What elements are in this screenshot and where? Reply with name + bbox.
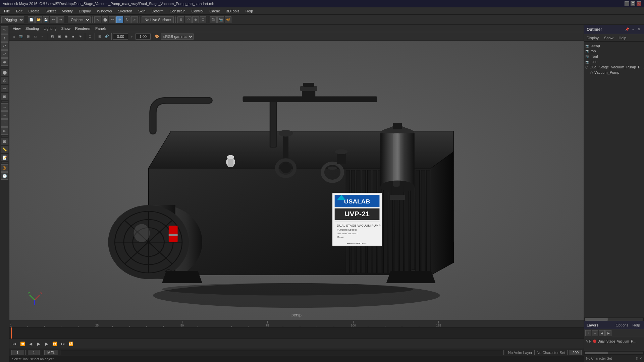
resolution-gate-button[interactable]: ▫ bbox=[39, 33, 46, 40]
snap-view-button[interactable]: ⊡ bbox=[200, 16, 206, 23]
outliner-min-button[interactable]: – bbox=[631, 27, 635, 32]
panels-menu[interactable]: Panels bbox=[93, 26, 109, 31]
scene-time-button[interactable]: 🕐 bbox=[1, 172, 8, 180]
layer-vis-toggle[interactable]: V bbox=[586, 339, 588, 343]
save-button[interactable]: 💾 bbox=[43, 16, 49, 23]
layer-playback-toggle[interactable]: P bbox=[589, 339, 591, 343]
panel-layout-button[interactable]: ⊞ bbox=[96, 33, 103, 40]
go-start-button[interactable]: ⏮ bbox=[11, 340, 18, 348]
layers-prev-button[interactable]: ◀ bbox=[599, 330, 605, 336]
open-button[interactable]: 📂 bbox=[35, 16, 42, 23]
next-key-button[interactable]: ⏪ bbox=[51, 340, 58, 348]
outliner-item[interactable]: 📷top bbox=[584, 48, 644, 54]
render-preview-button[interactable]: 🔆 bbox=[1, 164, 8, 172]
viewport-canvas[interactable]: USALAB UVP-21 DUAL STAGE VACUUM PUMP Pum… bbox=[9, 41, 584, 320]
next-frame-button[interactable]: ◀ bbox=[43, 340, 50, 348]
current-frame-input[interactable] bbox=[11, 350, 23, 355]
outliner-tab-display[interactable]: Display bbox=[585, 35, 600, 41]
prev-key-button[interactable]: ⏪ bbox=[19, 340, 26, 348]
paint-ops-button[interactable]: ✏ bbox=[1, 85, 8, 92]
texture-button[interactable]: ■ bbox=[70, 33, 76, 40]
redo-button[interactable]: ↪ bbox=[57, 16, 64, 23]
layers-scroll-thumb[interactable] bbox=[585, 352, 608, 354]
menu-item-skeleton[interactable]: Skeleton bbox=[115, 8, 135, 14]
menu-item-edit[interactable]: Edit bbox=[13, 8, 25, 14]
show-menu[interactable]: Show bbox=[59, 26, 73, 31]
place-marker-button[interactable]: ⊞ bbox=[1, 138, 8, 145]
lasso-button[interactable]: ◎ bbox=[1, 77, 8, 84]
film-gate-button[interactable]: ▭ bbox=[32, 33, 39, 40]
play-button[interactable]: ▶ bbox=[35, 340, 42, 348]
go-end-button[interactable]: ⏮ bbox=[59, 340, 66, 348]
playhead[interactable] bbox=[11, 327, 12, 339]
shading-menu-icon[interactable]: ◩ bbox=[49, 33, 55, 40]
mel-input[interactable] bbox=[60, 350, 504, 355]
outliner-pin-button[interactable]: 📌 bbox=[624, 27, 630, 32]
menu-item-constrain[interactable]: Constrain bbox=[167, 8, 188, 14]
menu-item-deform[interactable]: Deform bbox=[149, 8, 166, 14]
char-set-icon1[interactable]: ⚙ bbox=[636, 357, 639, 360]
show-manips-button[interactable]: ⊞ bbox=[1, 93, 8, 100]
rotate-mode-button[interactable]: ↩ bbox=[1, 42, 8, 50]
render-button[interactable]: 🎬 bbox=[210, 16, 217, 23]
rotate-tool-button[interactable]: ↻ bbox=[124, 16, 130, 23]
minimize-button[interactable]: – bbox=[625, 1, 629, 6]
layers-tab-help[interactable]: Help bbox=[631, 322, 641, 328]
menu-item-select[interactable]: Select bbox=[43, 8, 59, 14]
soft-select-button[interactable]: ⬤ bbox=[1, 69, 8, 76]
outliner-item[interactable]: ⬡Dual_Stage_Vacuum_Pump_F… bbox=[584, 64, 644, 70]
isolate-select-button[interactable]: ⊙ bbox=[87, 33, 93, 40]
objects-selector[interactable]: Objects bbox=[68, 16, 91, 23]
outliner-close-button[interactable]: ✕ bbox=[637, 27, 641, 32]
char-set-icon2[interactable]: ✕ bbox=[639, 357, 642, 360]
viewport-value2[interactable] bbox=[136, 34, 151, 40]
curve-cv-button[interactable]: ⌢ bbox=[1, 103, 8, 111]
lighting-menu[interactable]: Lighting bbox=[42, 26, 59, 31]
manipulator-button[interactable]: ⊕ bbox=[1, 58, 8, 66]
move-tool-button[interactable]: ✛ bbox=[116, 16, 123, 23]
range-start-input[interactable] bbox=[28, 350, 40, 355]
gamma-selector[interactable]: sRGB gamma bbox=[161, 34, 194, 40]
scroll-thumb[interactable] bbox=[585, 318, 608, 321]
snap-curve-button[interactable]: ◠ bbox=[185, 16, 192, 23]
renderer-menu[interactable]: Renderer bbox=[73, 26, 93, 31]
outliner-item[interactable]: 📷persp bbox=[584, 43, 644, 48]
close-button[interactable]: ✕ bbox=[637, 1, 641, 6]
timeline-ruler[interactable]: 1255075100125 bbox=[9, 320, 584, 327]
layers-scrollbar[interactable] bbox=[584, 351, 644, 355]
outliner-scrollbar[interactable] bbox=[584, 317, 644, 321]
outliner-item[interactable]: 📷side bbox=[584, 59, 644, 64]
lasso-select-button[interactable]: ⬤ bbox=[102, 16, 108, 23]
prev-frame-button[interactable]: ◀ bbox=[27, 340, 34, 348]
snap-grid-button[interactable]: ⊞ bbox=[177, 16, 184, 23]
scale-tool-button[interactable]: ⤢ bbox=[131, 16, 138, 23]
annotation-button[interactable]: 📝 bbox=[1, 154, 8, 161]
layers-new-button[interactable]: + bbox=[585, 330, 591, 336]
camera-home-button[interactable]: ⌂ bbox=[11, 33, 17, 40]
mel-tab[interactable]: MEL bbox=[44, 350, 58, 355]
live-surface-button[interactable]: No Live Surface bbox=[142, 16, 174, 23]
timeline-track[interactable] bbox=[9, 327, 584, 339]
move-mode-button[interactable]: ↕ bbox=[1, 34, 8, 42]
paint-select-button[interactable]: ✏ bbox=[109, 16, 116, 23]
menu-item-cache[interactable]: Cache bbox=[207, 8, 223, 14]
select-camera-button[interactable]: 📷 bbox=[18, 33, 24, 40]
light-button[interactable]: ☀ bbox=[77, 33, 84, 40]
outliner-tab-help[interactable]: Help bbox=[618, 35, 628, 41]
outliner-tab-show[interactable]: Show bbox=[603, 35, 615, 41]
outliner-content[interactable]: 📷persp📷top📷front📷side⬡Dual_Stage_Vacuum_… bbox=[584, 42, 644, 317]
menu-item-3dtools[interactable]: 3DTools bbox=[223, 8, 242, 14]
shading-menu[interactable]: Shading bbox=[23, 26, 41, 31]
hypershade-button[interactable]: 🔗 bbox=[103, 33, 110, 40]
layer-item[interactable]: VPDual_Stage_Vacuum_P… bbox=[585, 339, 643, 344]
smooth-shade-button[interactable]: ◉ bbox=[63, 33, 69, 40]
toggle-grid-button[interactable]: ⊞ bbox=[25, 33, 32, 40]
menu-item-file[interactable]: File bbox=[1, 8, 13, 14]
layers-scroll-track[interactable] bbox=[585, 352, 643, 354]
wireframe-button[interactable]: ▣ bbox=[56, 33, 62, 40]
ipr-render-button[interactable]: 🔆 bbox=[225, 16, 231, 23]
mode-selector[interactable]: Rigging bbox=[1, 16, 24, 23]
snap-point-button[interactable]: ⊕ bbox=[192, 16, 199, 23]
menu-item-windows[interactable]: Windows bbox=[94, 8, 115, 14]
select-tool-button[interactable]: ↖ bbox=[94, 16, 101, 23]
